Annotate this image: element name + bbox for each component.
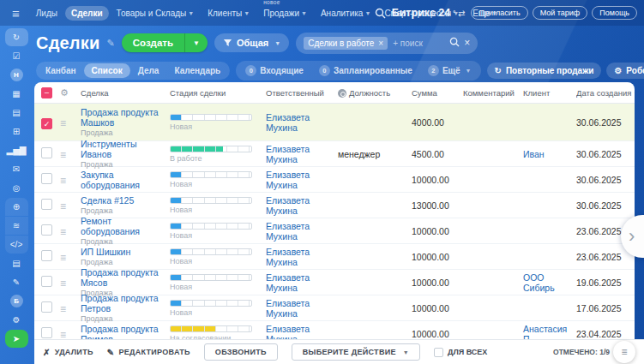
drag-handle-icon[interactable]: ≡: [60, 226, 66, 238]
deal-link[interactable]: Продажа продукта Петров: [81, 293, 161, 313]
funnel-selector[interactable]: Общая ▼: [214, 33, 289, 52]
nav-item-Товары и Склады[interactable]: Товары и Склады▼: [111, 6, 201, 21]
pen-icon[interactable]: ✎: [5, 273, 28, 291]
filter-search-icon[interactable]: [449, 35, 460, 51]
responsible-link[interactable]: Елизавета Мухина: [266, 170, 338, 190]
repeat-sales-button[interactable]: ↻Повторные продажи: [487, 63, 602, 79]
call-button[interactable]: Обзвонить: [204, 343, 278, 361]
row-checkbox[interactable]: [41, 250, 52, 261]
row-checkbox[interactable]: [41, 173, 52, 184]
code-icon[interactable]: </>: [5, 236, 28, 254]
deal-link[interactable]: Инструменты Иванов: [81, 139, 161, 159]
tab-Канбан[interactable]: Канбан: [38, 63, 84, 78]
nav-item-Аналитика[interactable]: Аналитика▼: [315, 6, 376, 21]
create-dropdown-caret-icon[interactable]: ▼: [184, 33, 208, 52]
responsible-link[interactable]: Елизавета Мухина: [266, 195, 338, 216]
responsible-link[interactable]: Елизавета Мухина: [266, 324, 338, 341]
drag-handle-icon[interactable]: ≡: [60, 200, 66, 212]
avatar-b[interactable]: Б: [5, 292, 28, 310]
hamburger-menu-icon[interactable]: ≡: [7, 7, 25, 20]
deal-link[interactable]: Сделка #125: [81, 195, 161, 206]
for-all-checkbox[interactable]: Для всех: [434, 348, 487, 357]
row-checkbox[interactable]: [41, 147, 52, 158]
column-header-stage[interactable]: Стадия сделки: [170, 88, 266, 98]
grid-settings-gear-icon[interactable]: ⚙: [60, 87, 69, 98]
kanban-icon[interactable]: ▦: [5, 85, 28, 103]
drag-handle-icon[interactable]: ≡: [60, 252, 66, 264]
tab-Список[interactable]: Список: [84, 63, 130, 78]
tab-Дела[interactable]: Дела: [130, 63, 167, 78]
cart-icon[interactable]: ⊞: [5, 122, 28, 140]
drag-handle-icon[interactable]: ≡: [60, 277, 66, 289]
for-all-checkbox-box[interactable]: [434, 348, 443, 357]
briefcase-icon[interactable]: ▤: [5, 104, 28, 122]
rocket-icon[interactable]: ➤: [5, 330, 28, 348]
counter-tab-Ещё[interactable]: 2Ещё▼: [420, 63, 479, 79]
responsible-link[interactable]: Елизавета Мухина: [266, 298, 338, 319]
column-header-sum[interactable]: Сумма: [412, 88, 463, 98]
nav-item-Еще[interactable]: Еще▼: [466, 6, 503, 21]
document-icon[interactable]: ▤: [5, 254, 28, 272]
crm-icon[interactable]: ↻: [5, 28, 28, 46]
row-checkbox[interactable]: ✓: [41, 118, 52, 129]
responsible-link[interactable]: Елизавета Мухина: [266, 144, 338, 164]
client-link[interactable]: ООО Сибирь: [523, 272, 576, 293]
drag-handle-icon[interactable]: ≡: [60, 117, 66, 129]
column-header-created[interactable]: Дата создания▼: [576, 88, 635, 98]
responsible-link[interactable]: Елизавета Мухина: [266, 221, 338, 242]
chart-icon[interactable]: ▂▅▇: [5, 141, 28, 159]
drag-handle-icon[interactable]: ≡: [60, 149, 66, 161]
search-input[interactable]: + поиск: [393, 39, 444, 48]
responsible-link[interactable]: Елизавета Мухина: [266, 112, 338, 133]
remove-filter-icon[interactable]: ×: [378, 39, 383, 48]
responsible-link[interactable]: Елизавета Мухина: [266, 272, 338, 293]
column-header-responsible[interactable]: Ответственный: [266, 88, 338, 98]
topbar-button-Помощь[interactable]: Помощь: [592, 6, 637, 20]
counter-tab-Запланированные[interactable]: 0Запланированные: [311, 63, 420, 79]
settings-icon[interactable]: ⚙: [5, 311, 28, 329]
edit-button[interactable]: ✎Редактировать: [107, 348, 190, 357]
filter-preset-chip[interactable]: Сделки в работе ×: [304, 37, 388, 50]
column-header-role[interactable]: Должность: [338, 88, 412, 98]
column-header-client[interactable]: Клиент: [523, 88, 576, 98]
nav-item-Сделки[interactable]: Сделки: [65, 6, 109, 21]
create-button-label[interactable]: Создать: [122, 33, 184, 52]
deal-link[interactable]: ИП Шишкин: [81, 247, 161, 257]
robots-button[interactable]: ⚙Роботы: [606, 63, 644, 79]
team-icon[interactable]: ≋: [5, 217, 28, 235]
nav-item-Продажи[interactable]: Продажи▼новое: [257, 6, 313, 21]
client-link[interactable]: Иван: [523, 149, 576, 159]
column-header-deal[interactable]: Сделка: [81, 88, 170, 98]
row-checkbox[interactable]: [41, 327, 52, 338]
topbar-button-Мой тариф[interactable]: Мой тариф: [533, 6, 588, 20]
drag-handle-icon[interactable]: ≡: [60, 303, 66, 315]
filter-search-bar[interactable]: Сделки в работе × + поиск ×: [296, 33, 478, 54]
edit-title-icon[interactable]: ✎: [106, 38, 114, 49]
row-checkbox[interactable]: [41, 301, 52, 313]
row-checkbox[interactable]: [41, 224, 52, 236]
row-checkbox[interactable]: [41, 199, 52, 210]
row-checkbox[interactable]: [41, 276, 52, 287]
select-all-checkbox[interactable]: –: [41, 87, 52, 98]
counter-tab-Входящие[interactable]: 0Входящие: [238, 63, 311, 79]
deal-link[interactable]: Продажа продукта Примов: [81, 324, 161, 341]
nav-item-Смарт-процессы[interactable]: Смарт-процессы▼: [378, 6, 465, 21]
nav-item-Клиенты[interactable]: Клиенты▼: [202, 6, 256, 21]
deal-link[interactable]: Ремонт оборудования: [81, 216, 161, 236]
deal-link[interactable]: Продажа продукта Мясов: [81, 267, 161, 288]
tasks-icon[interactable]: ☑: [5, 47, 28, 65]
chat-icon[interactable]: ✉: [5, 160, 28, 178]
switch-portal-icon[interactable]: ⇄: [458, 9, 465, 18]
client-link[interactable]: Анастасия П: [523, 324, 576, 341]
grid-menu-button[interactable]: ≡: [613, 341, 635, 363]
nav-item-Лиды[interactable]: Лиды: [30, 6, 63, 21]
avatar-h[interactable]: H: [5, 66, 28, 84]
drag-handle-icon[interactable]: ≡: [60, 329, 66, 341]
clear-search-icon[interactable]: ×: [464, 37, 470, 49]
globe-icon[interactable]: ⊕: [5, 198, 28, 216]
target-icon[interactable]: ◎: [5, 179, 28, 197]
deal-link[interactable]: Продажа продукта Машков: [81, 107, 161, 128]
create-button[interactable]: Создать ▼: [122, 33, 208, 52]
deal-link[interactable]: Закупка оборудования: [81, 170, 161, 190]
responsible-link[interactable]: Елизавета Мухина: [266, 247, 338, 267]
